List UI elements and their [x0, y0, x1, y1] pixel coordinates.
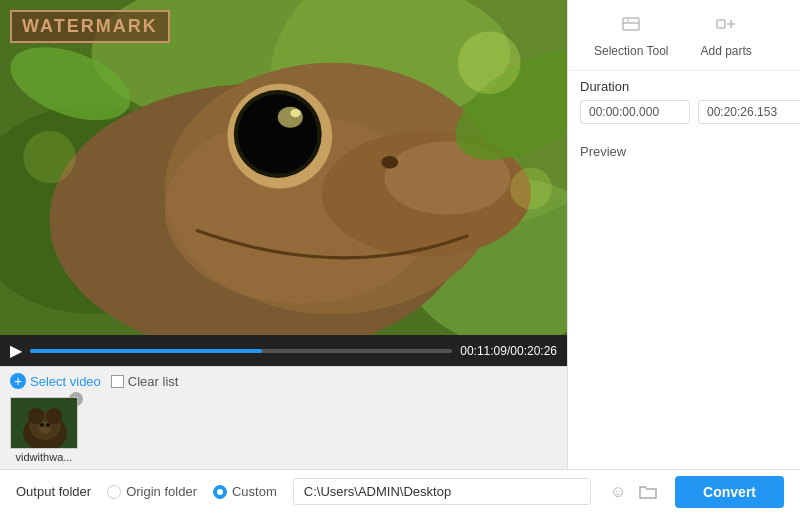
- svg-point-19: [510, 168, 552, 210]
- add-parts-label: Add parts: [701, 44, 752, 58]
- duration-inputs: [580, 100, 800, 124]
- svg-point-24: [28, 408, 44, 424]
- origin-folder-radio[interactable]: [107, 485, 121, 499]
- video-controls: ▶ 00:11:09/00:20:26: [0, 335, 567, 366]
- progress-bar-fill: [30, 349, 262, 353]
- svg-point-28: [46, 423, 50, 427]
- svg-point-25: [46, 408, 62, 424]
- output-folder-label: Output folder: [16, 484, 91, 499]
- video-thumbnail: WATERMARK: [0, 0, 567, 335]
- emoji-icon[interactable]: ☺: [607, 481, 629, 503]
- bottom-icons: ☺: [607, 481, 659, 503]
- origin-folder-option[interactable]: Origin folder: [107, 484, 197, 499]
- origin-folder-label: Origin folder: [126, 484, 197, 499]
- play-button[interactable]: ▶: [10, 341, 22, 360]
- clear-list-button[interactable]: Clear list: [111, 374, 179, 389]
- bear-thumbnail: [11, 398, 77, 448]
- output-path-input[interactable]: [293, 478, 591, 505]
- duration-end-input[interactable]: [698, 100, 800, 124]
- tools-row: Selection Tool Add parts: [568, 0, 800, 71]
- svg-point-11: [278, 107, 303, 128]
- custom-folder-radio[interactable]: [213, 485, 227, 499]
- list-item[interactable]: ×: [10, 397, 78, 463]
- add-parts-button[interactable]: Add parts: [685, 6, 768, 64]
- duration-start-input[interactable]: [580, 100, 690, 124]
- plus-icon: +: [10, 373, 26, 389]
- duration-label: Duration: [580, 79, 800, 94]
- progress-bar[interactable]: [30, 349, 452, 353]
- video-panel: WATERMARK ▶ 00:11:09/00:20:26 + Select v…: [0, 0, 567, 469]
- time-display: 00:11:09/00:20:26: [460, 344, 557, 358]
- preview-label: Preview: [580, 144, 626, 159]
- custom-folder-label: Custom: [232, 484, 277, 499]
- selection-tool-icon: [617, 12, 645, 40]
- folder-icon[interactable]: [637, 481, 659, 503]
- clear-list-label: Clear list: [128, 374, 179, 389]
- select-video-button[interactable]: + Select video: [10, 373, 101, 389]
- select-video-label: Select video: [30, 374, 101, 389]
- svg-point-20: [23, 131, 75, 183]
- item-label: vidwithwa...: [10, 451, 78, 463]
- duration-row: Duration: [568, 71, 800, 132]
- video-container: WATERMARK: [0, 0, 567, 335]
- bottom-bar: Output folder Origin folder Custom ☺ Con…: [0, 469, 800, 513]
- svg-rect-32: [717, 20, 725, 28]
- media-list-area: + Select video Clear list ×: [0, 366, 567, 469]
- svg-point-27: [40, 423, 44, 427]
- custom-folder-option[interactable]: Custom: [213, 484, 277, 499]
- watermark: WATERMARK: [10, 10, 170, 43]
- svg-point-12: [290, 109, 300, 117]
- selection-tool-button[interactable]: Selection Tool: [578, 6, 685, 64]
- media-items: ×: [10, 397, 557, 463]
- clear-checkbox: [111, 375, 124, 388]
- svg-point-31: [627, 20, 629, 22]
- svg-point-10: [238, 94, 318, 174]
- svg-rect-29: [623, 18, 639, 30]
- media-list-header: + Select video Clear list: [10, 373, 557, 389]
- frog-scene: [0, 0, 567, 335]
- add-parts-icon: [712, 12, 740, 40]
- svg-point-18: [458, 31, 521, 94]
- selection-tool-label: Selection Tool: [594, 44, 669, 58]
- preview-area: Preview: [568, 132, 800, 469]
- convert-button[interactable]: Convert: [675, 476, 784, 508]
- thumbnail: [10, 397, 78, 449]
- right-panel: Selection Tool Add parts Duration: [567, 0, 800, 469]
- svg-point-15: [381, 156, 398, 169]
